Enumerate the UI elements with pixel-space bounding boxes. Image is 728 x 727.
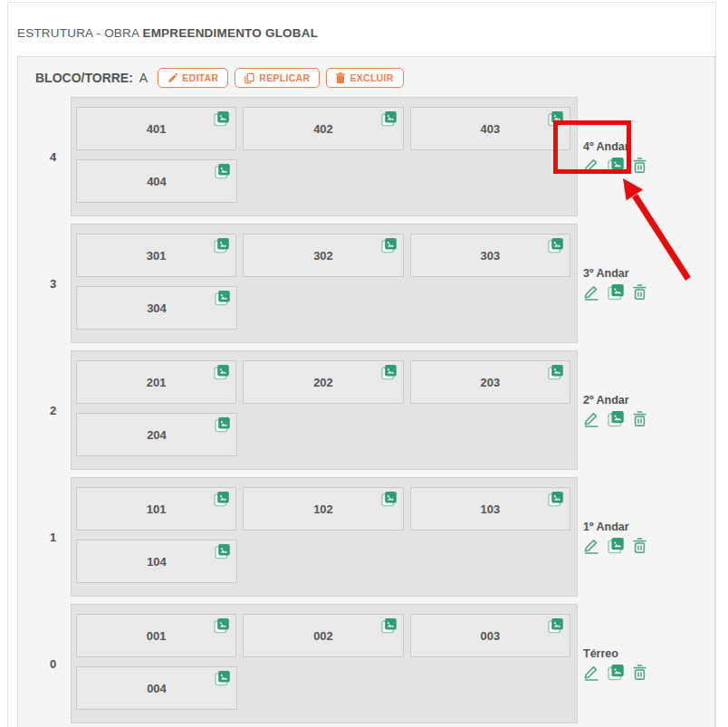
unit-card[interactable]: 201 (76, 360, 236, 404)
photo-library-icon[interactable] (548, 491, 564, 507)
block-label: BLOCO/TORRE: (35, 71, 133, 85)
photo-library-icon[interactable] (214, 110, 230, 127)
unit-card[interactable]: 002 (243, 614, 403, 657)
block-structure-panel: BLOCO/TORRE: A EDITAR REPLICAR (17, 56, 715, 727)
unit-card[interactable]: 301 (76, 234, 236, 277)
unit-card[interactable]: 204 (76, 413, 237, 456)
unit-card[interactable]: 101 (76, 487, 236, 531)
unit-number: 004 (147, 682, 167, 695)
photo-library-icon[interactable] (548, 110, 564, 127)
unit-card[interactable]: 001 (76, 614, 236, 657)
content-card: ESTRUTURA - OBRA EMPREENDIMENTO GLOBAL B… (7, 2, 716, 727)
floor-delete-button[interactable] (632, 410, 647, 427)
floor-photos-button[interactable] (608, 537, 625, 554)
copy-icon (244, 72, 254, 84)
floor-photos-button[interactable] (608, 283, 625, 301)
unit-number: 404 (147, 175, 167, 188)
photo-library-icon[interactable] (214, 491, 230, 507)
unit-card[interactable]: 302 (243, 234, 403, 277)
unit-card[interactable]: 003 (410, 614, 570, 657)
unit-card[interactable]: 103 (410, 487, 570, 531)
floor-edit-button[interactable] (583, 283, 600, 301)
unit-card[interactable]: 303 (410, 234, 570, 277)
unit-card[interactable]: 004 (76, 666, 237, 710)
photo-library-icon[interactable] (381, 364, 398, 380)
floor-actions (583, 410, 647, 427)
photo-library-icon[interactable] (548, 617, 564, 634)
unit-card[interactable]: 404 (76, 159, 237, 203)
units-line-1: 401 402 403 (76, 107, 570, 150)
floor-edit-button[interactable] (583, 664, 600, 681)
floor-delete-button[interactable] (632, 664, 647, 681)
unit-card[interactable]: 401 (76, 107, 236, 150)
unit-number: 302 (313, 249, 333, 263)
photo-library-icon[interactable] (215, 670, 231, 686)
photo-library-icon (608, 410, 625, 427)
unit-card[interactable]: 102 (243, 487, 403, 531)
photo-library-icon (608, 283, 625, 301)
floor-number: 2 (35, 350, 71, 470)
floor-side: 4º Andar (583, 97, 647, 216)
trash-icon (632, 410, 647, 427)
floors-list: 4 401 402 403 404 (35, 97, 714, 723)
photo-library-icon[interactable] (214, 364, 230, 380)
photo-library-icon[interactable] (548, 364, 564, 380)
photo-library-icon[interactable] (214, 617, 230, 634)
floor-units-box: 301 302 303 304 (71, 224, 578, 343)
photo-library-icon[interactable] (381, 491, 398, 507)
floor-photos-button[interactable] (608, 157, 625, 174)
unit-card[interactable]: 104 (76, 540, 237, 583)
floor-actions (583, 664, 647, 681)
unit-number: 304 (147, 301, 167, 315)
unit-number: 203 (480, 376, 500, 389)
page-title: ESTRUTURA - OBRA EMPREENDIMENTO GLOBAL (17, 26, 715, 40)
block-name: A (139, 71, 148, 85)
photo-library-icon[interactable] (214, 237, 230, 253)
unit-card[interactable]: 203 (410, 360, 570, 404)
trash-icon (632, 283, 647, 301)
page-title-project-name: EMPREENDIMENTO GLOBAL (142, 26, 318, 40)
unit-number: 401 (147, 122, 167, 136)
trash-icon (336, 72, 345, 83)
unit-number: 103 (480, 502, 500, 516)
photo-library-icon[interactable] (215, 416, 231, 433)
replicate-block-button[interactable]: REPLICAR (235, 68, 320, 88)
floor-number: 0 (35, 604, 71, 723)
unit-card[interactable]: 403 (410, 107, 570, 150)
delete-block-button[interactable]: EXCLUIR (326, 68, 403, 88)
edit-pencil-icon (583, 664, 600, 681)
floor-label: 4º Andar (583, 140, 647, 153)
photo-library-icon (608, 537, 625, 554)
photo-library-icon[interactable] (381, 237, 398, 253)
unit-number: 202 (313, 376, 333, 389)
floor-photos-button[interactable] (608, 664, 625, 681)
unit-card[interactable]: 402 (243, 107, 403, 150)
floor-edit-button[interactable] (583, 537, 600, 554)
floor-delete-button[interactable] (632, 157, 647, 174)
floor-delete-button[interactable] (632, 283, 647, 301)
units-line-1: 101 102 103 (76, 487, 570, 531)
units-line-1: 001 002 003 (76, 614, 570, 657)
page-title-prefix: ESTRUTURA - OBRA (17, 26, 139, 40)
trash-icon (632, 157, 647, 174)
floor-edit-button[interactable] (583, 410, 600, 427)
photo-library-icon (608, 157, 625, 174)
photo-library-icon[interactable] (215, 163, 231, 179)
photo-library-icon[interactable] (215, 290, 231, 306)
photo-library-icon[interactable] (381, 110, 398, 127)
edit-pencil-icon (583, 410, 600, 427)
floor-photos-button[interactable] (608, 410, 625, 427)
unit-card[interactable]: 202 (243, 360, 403, 404)
edit-block-button[interactable]: EDITAR (158, 68, 228, 88)
floor-units-box: 201 202 203 204 (71, 350, 578, 470)
floor-row: 3 301 302 303 304 (35, 224, 714, 343)
unit-number: 101 (147, 502, 167, 516)
replicate-block-label: REPLICAR (259, 72, 310, 83)
photo-library-icon[interactable] (215, 543, 231, 560)
floor-row: 0 001 002 003 004 (35, 604, 714, 723)
unit-card[interactable]: 304 (76, 286, 237, 330)
photo-library-icon[interactable] (548, 237, 564, 253)
floor-edit-button[interactable] (583, 157, 600, 174)
photo-library-icon[interactable] (381, 617, 398, 634)
floor-delete-button[interactable] (632, 537, 647, 554)
